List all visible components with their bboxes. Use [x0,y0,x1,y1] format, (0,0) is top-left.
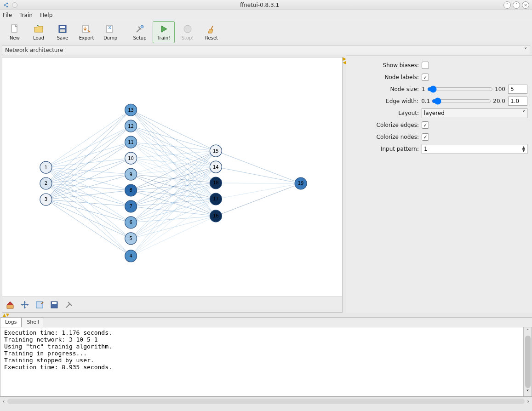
tab-shell[interactable]: Shell [22,318,44,327]
input-pattern-spinner[interactable]: 1 ▲▼ [422,144,527,154]
svg-line-99 [216,183,301,183]
save-label: Save [57,35,69,40]
svg-line-93 [131,167,216,256]
svg-rect-8 [60,29,65,32]
bottom-tabs: Logs Shell [0,318,532,327]
colorize-nodes-checkbox[interactable]: ✓ [422,133,429,141]
svg-text:16: 16 [213,213,219,218]
scroll-thumb[interactable] [525,336,531,388]
configure-icon[interactable] [64,300,74,310]
graph-canvas[interactable]: 12313121110987654151418171619 [2,57,343,313]
vertical-splitter[interactable]: ▶ ◀ [343,55,346,313]
horizontal-splitter[interactable]: ▲▼ [0,313,532,317]
svg-text:6: 6 [129,220,132,225]
dump-button[interactable]: Dump [99,21,121,43]
close-button[interactable]: × [522,1,529,9]
layout-select[interactable]: layered ˅ [422,108,527,118]
view-selector[interactable]: Network architecture ˅ [2,45,530,55]
pan-icon[interactable] [20,300,30,310]
svg-line-97 [216,151,301,183]
properties-pane: Show biases: Node labels: ✓ Node size: 1… [346,55,532,313]
input-pattern-value: 1 [424,146,428,152]
svg-text:5: 5 [129,236,132,241]
stop-button[interactable]: Stop! [177,21,199,43]
svg-line-87 [131,151,216,239]
export-icon [81,23,92,34]
show-biases-label: Show biases: [351,62,419,68]
svg-line-71 [131,174,216,216]
new-button[interactable]: New [4,21,26,43]
floppy-save-icon[interactable] [49,300,59,310]
svg-line-57 [131,142,216,151]
svg-text:15: 15 [213,148,219,154]
menu-help[interactable]: Help [40,12,52,18]
stop-label: Stop! [182,35,194,40]
save-button[interactable]: Save [51,21,74,43]
layout-label: Layout: [351,110,419,116]
menu-train[interactable]: Train [19,12,33,18]
svg-text:2: 2 [45,181,47,186]
colorize-edges-checkbox[interactable]: ✓ [422,121,429,129]
splitter-arrows-icon: ▲▼ [3,313,9,317]
node-size-min: 1 [422,86,425,92]
node-labels-label: Node labels: [351,74,419,80]
svg-line-17 [46,110,131,167]
titlebar-dot-icon [12,2,17,8]
svg-text:8: 8 [129,188,132,193]
edge-width-field[interactable] [508,97,527,106]
node-size-max: 100 [495,86,505,92]
export-button[interactable]: Export [75,21,97,43]
load-button[interactable]: Load [28,21,50,43]
svg-line-40 [46,158,131,200]
colorize-edges-label: Colorize edges: [351,122,419,128]
svg-line-4 [5,5,7,7]
node-size-label: Node size: [351,86,419,92]
chevron-down-icon: ˅ [524,47,527,53]
svg-line-101 [216,183,301,216]
menubar: File Train Help [0,10,532,20]
edge-width-slider[interactable] [432,97,491,105]
train-label: Train! [157,35,170,40]
stop-icon [182,23,193,34]
svg-text:11: 11 [128,140,134,145]
svg-rect-7 [60,26,65,28]
reset-button[interactable]: Reset [200,21,223,43]
menu-file[interactable]: File [3,12,12,18]
scroll-thumb-horizontal[interactable] [7,399,525,404]
export-label: Export [79,35,94,40]
node-size-slider[interactable] [427,86,493,93]
scroll-left-icon: ‹ [0,398,7,405]
broom-icon [206,23,217,34]
scroll-right-icon: › [525,398,532,405]
svg-line-38 [46,126,131,200]
svg-rect-142 [52,302,57,304]
maximize-button[interactable]: ˄ [513,1,520,9]
log-scrollbar-horizontal[interactable]: ‹ › [0,397,532,405]
svg-line-27 [46,110,131,183]
node-labels-checkbox[interactable]: ✓ [422,74,429,81]
train-button[interactable]: Train! [153,21,175,43]
dump-label: Dump [103,35,117,40]
tab-logs[interactable]: Logs [0,318,22,327]
load-label: Load [33,35,44,40]
svg-line-95 [131,199,216,256]
edge-width-label: Edge width: [351,98,418,104]
colorize-nodes-label: Colorize nodes: [351,134,419,140]
setup-button[interactable]: Setup [129,21,151,43]
svg-line-92 [131,151,216,256]
show-biases-checkbox[interactable] [422,62,429,69]
svg-line-100 [216,183,301,199]
svg-line-52 [131,126,216,151]
svg-text:14: 14 [213,165,219,170]
svg-text:18: 18 [213,181,219,186]
setup-label: Setup [133,35,146,40]
zoom-rect-icon[interactable] [34,300,45,310]
file-new-icon [9,23,20,34]
minimize-button[interactable]: ˅ [503,1,511,9]
log-scrollbar-vertical[interactable]: ˄ ˅ [523,327,532,396]
node-size-field[interactable] [508,85,527,94]
home-icon[interactable] [5,300,15,310]
svg-text:9: 9 [129,172,132,177]
svg-text:12: 12 [128,124,134,129]
scroll-up-icon: ˄ [526,328,529,335]
